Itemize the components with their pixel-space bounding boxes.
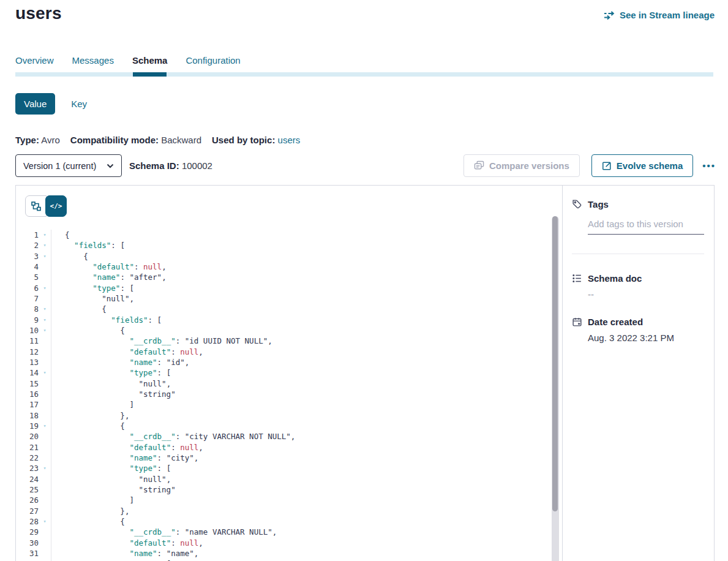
code-text: { [51,304,107,314]
code-text: { [51,325,125,336]
topic-link[interactable]: users [278,135,301,145]
fold-toggle-icon[interactable]: ▾ [39,251,51,262]
fold-spacer [39,474,51,484]
line-gutter: 7 [16,293,51,304]
code-token: { [56,252,88,261]
line-gutter: 27 [16,506,51,516]
code-text: }, [51,506,129,516]
key-toggle-button[interactable]: Key [71,99,87,109]
code-token: , [167,475,171,484]
code-text: "default": null, [51,442,203,453]
fold-toggle-icon[interactable]: ▾ [39,283,51,293]
line-number: 7 [16,293,39,304]
code-line: 2▾ "fields": [ [16,240,562,250]
line-number: 8 [16,304,39,314]
code-line: 6▾ "type": [ [16,283,562,293]
code-text: "null", [51,293,134,304]
code-token: "type" [92,284,120,293]
compatibility-value: Backward [161,135,201,145]
code-token [56,273,92,282]
tab-schema[interactable]: Schema [132,55,168,72]
add-tags-input[interactable] [588,217,704,235]
version-select[interactable]: Version 1 (current) [15,154,122,177]
evolve-schema-button[interactable]: Evolve schema [591,154,693,177]
tab-overview[interactable]: Overview [15,55,54,72]
code-text: ] [51,495,134,505]
line-number: 19 [16,421,39,431]
line-gutter: 28▾ [16,516,51,527]
tab-messages[interactable]: Messages [72,55,114,72]
code-token: : [ [111,241,125,250]
code-token: , [198,538,203,548]
code-token: , [194,453,199,462]
code-token: "name" [129,453,157,462]
code-token [56,262,92,271]
code-token: }, [56,411,129,420]
code-text: "fields": [ [51,240,125,250]
code-line: 8▾ { [16,304,562,314]
fold-toggle-icon[interactable]: ▾ [39,559,51,561]
fold-toggle-icon[interactable]: ▾ [39,463,51,473]
code-line: 19▾ { [16,421,562,431]
code-token: ] [56,495,134,505]
code-line: 10▾ { [16,325,562,336]
stream-lineage-icon [604,11,615,20]
line-gutter: 17 [16,399,51,410]
code-token: : [120,273,129,282]
code-token: "string" [138,390,175,399]
code-text: "__crdb__": "city VARCHAR NOT NULL", [51,431,295,442]
schema-doc-title: Schema doc [588,273,642,284]
fold-toggle-icon[interactable]: ▾ [39,304,51,314]
fold-toggle-icon[interactable]: ▾ [39,516,51,527]
line-gutter: 22 [16,453,51,463]
fold-toggle-icon[interactable]: ▾ [39,367,51,378]
editor-scrollbar-thumb[interactable] [552,216,558,511]
line-number: 14 [16,367,39,378]
line-gutter: 4 [16,262,51,272]
line-gutter: 24 [16,474,51,484]
fold-spacer [39,495,51,505]
fold-spacer [39,272,51,282]
stream-lineage-link[interactable]: See in Stream lineage [604,10,715,20]
code-token: : [ [157,464,171,473]
tag-icon [572,199,582,209]
schema-id-value: 100002 [182,160,212,171]
line-number: 27 [16,506,39,516]
code-token: : [176,336,185,345]
tree-view-button[interactable] [25,195,47,217]
more-actions-button[interactable]: ••• [702,154,716,177]
code-line: 9▾ "fields": [ [16,315,562,325]
line-gutter: 10▾ [16,325,51,336]
line-gutter: 11 [16,336,51,346]
bulleted-list-icon [572,273,582,284]
code-token: : [157,358,167,367]
code-text: "name": "after", [51,272,167,282]
code-line: 32▾ "type": [ [16,559,562,561]
code-token: }, [56,506,129,516]
code-line: 26 ] [16,495,562,505]
code-token: : [176,527,185,537]
fold-toggle-icon[interactable]: ▾ [39,315,51,325]
fold-toggle-icon[interactable]: ▾ [39,230,51,240]
fold-toggle-icon[interactable]: ▾ [39,421,51,431]
code-token: "default" [92,262,134,271]
tab-configuration[interactable]: Configuration [186,55,240,72]
code-text: "type": [ [51,367,171,378]
compare-versions-button[interactable]: Compare versions [463,154,580,177]
code-token: , [162,273,167,282]
code-token [56,464,129,473]
code-view-button[interactable]: </> [45,195,67,217]
code-token: , [185,358,190,367]
fold-toggle-icon[interactable]: ▾ [39,325,51,336]
fold-spacer [39,389,51,399]
code-token: "name" [92,273,120,282]
code-token: "null" [138,475,166,484]
code-text: "type": [ [51,463,171,473]
code-text: "type": [ [51,283,134,293]
fold-toggle-icon[interactable]: ▾ [39,240,51,250]
line-number: 1 [16,230,39,240]
schema-code-editor: </> 1▾ {2▾ "fields": [3▾ {4 "default": n… [16,186,563,561]
version-select-value: Version 1 (current) [23,161,96,171]
line-gutter: 32▾ [16,559,51,561]
value-toggle-button[interactable]: Value [15,93,55,115]
